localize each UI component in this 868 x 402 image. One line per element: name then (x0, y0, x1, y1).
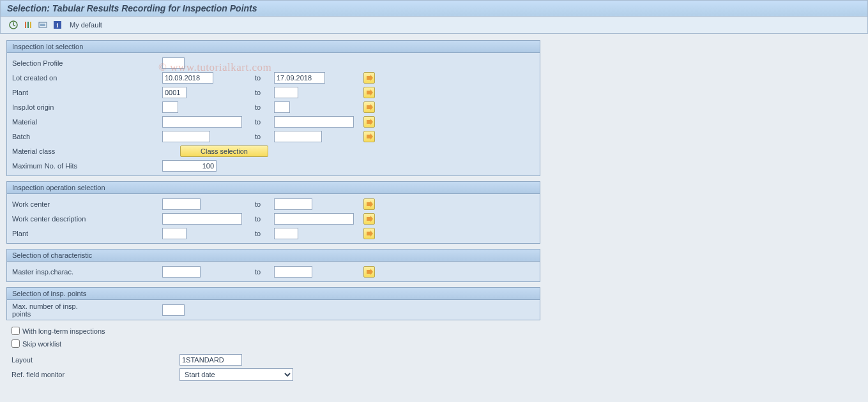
origin-label: Insp.lot origin (12, 103, 98, 111)
selection-profile-input[interactable] (162, 57, 185, 69)
skip-worklist-checkbox[interactable] (11, 339, 20, 348)
variants-icon[interactable] (36, 19, 49, 31)
wc-desc-label: Work center description (12, 215, 98, 223)
my-default-button[interactable]: My default (70, 21, 102, 29)
toolbar: i My default (0, 17, 868, 34)
to-label: to (255, 200, 274, 208)
work-center-from-input[interactable] (162, 198, 201, 210)
execute-icon[interactable] (7, 19, 20, 31)
material-from-input[interactable] (162, 116, 242, 128)
master-charac-range-button[interactable] (363, 266, 375, 278)
work-center-range-button[interactable] (363, 198, 375, 210)
page-title: Selection: Tabular Results Recording for… (7, 3, 257, 13)
info-icon[interactable]: i (51, 19, 64, 31)
max-ip-input[interactable] (162, 304, 185, 316)
batch-label: Batch (12, 133, 98, 140)
material-range-button[interactable] (363, 116, 375, 128)
batch-to-input[interactable] (274, 131, 322, 142)
origin-to-input[interactable] (274, 101, 290, 113)
layout-input[interactable] (179, 354, 242, 366)
inspection-lot-group-title: Inspection lot selection (6, 40, 540, 53)
inspection-operation-group-title: Inspection operation selection (6, 181, 540, 194)
characteristic-group-title: Selection of characteristic (6, 249, 540, 262)
long-term-checkbox[interactable] (11, 327, 20, 335)
to-label: to (255, 103, 274, 111)
max-ip-label: Max. number of insp. points (12, 302, 98, 318)
to-label: to (255, 74, 274, 82)
wc-desc-from-input[interactable] (162, 213, 242, 225)
svg-rect-2 (27, 22, 29, 28)
layout-label: Layout (11, 356, 179, 364)
class-selection-button[interactable]: Class selection (180, 145, 268, 157)
material-class-label: Material class (12, 147, 98, 155)
material-to-input[interactable] (274, 116, 354, 128)
to-label: to (255, 133, 274, 140)
svg-rect-1 (25, 22, 26, 28)
master-charac-from-input[interactable] (162, 266, 201, 278)
insp-points-group-title: Selection of insp. points (6, 287, 540, 300)
max-hits-label: Maximum No. of Hits (12, 162, 98, 170)
lot-created-label: Lot created on (12, 74, 98, 82)
op-plant-from-input[interactable] (162, 228, 187, 239)
svg-text:i: i (57, 22, 59, 29)
lot-created-to-input[interactable] (274, 72, 325, 84)
long-term-label: With long-term inspections (22, 327, 105, 335)
svg-rect-5 (40, 24, 45, 26)
max-hits-input[interactable] (162, 160, 217, 172)
to-label: to (255, 118, 274, 126)
to-label: to (255, 268, 274, 276)
origin-range-button[interactable] (363, 101, 375, 113)
page-title-bar: Selection: Tabular Results Recording for… (0, 0, 868, 17)
material-label: Material (12, 118, 98, 126)
master-charac-label: Master insp.charac. (12, 268, 98, 276)
svg-rect-3 (30, 22, 31, 28)
master-charac-to-input[interactable] (274, 266, 312, 278)
op-plant-range-button[interactable] (363, 228, 375, 239)
to-label: to (255, 230, 274, 237)
wc-desc-to-input[interactable] (274, 213, 354, 225)
select-icon[interactable] (22, 19, 34, 31)
inspection-operation-group: Inspection operation selection Work cent… (6, 181, 540, 244)
wc-desc-range-button[interactable] (363, 213, 375, 225)
characteristic-group: Selection of characteristic Master insp.… (6, 249, 540, 282)
inspection-lot-group: Inspection lot selection Selection Profi… (6, 40, 540, 176)
batch-from-input[interactable] (162, 131, 210, 142)
op-plant-to-input[interactable] (274, 228, 298, 239)
work-center-to-input[interactable] (274, 198, 312, 210)
origin-from-input[interactable] (162, 101, 178, 113)
lot-created-from-input[interactable] (162, 72, 213, 84)
plant-range-button[interactable] (363, 87, 375, 98)
to-label: to (255, 89, 274, 96)
work-center-label: Work center (12, 200, 98, 208)
plant-to-input[interactable] (274, 87, 298, 98)
skip-worklist-label: Skip worklist (22, 340, 61, 348)
op-plant-label: Plant (12, 230, 98, 237)
ref-field-select[interactable]: Start date (179, 368, 293, 381)
insp-points-group: Selection of insp. points Max. number of… (6, 287, 540, 320)
batch-range-button[interactable] (363, 131, 375, 142)
to-label: to (255, 215, 274, 223)
selection-profile-label: Selection Profile (12, 59, 98, 67)
plant-from-input[interactable] (162, 87, 187, 98)
ref-field-label: Ref. field monitor (11, 371, 179, 378)
lot-created-range-button[interactable] (363, 72, 375, 84)
plant-label: Plant (12, 89, 98, 96)
